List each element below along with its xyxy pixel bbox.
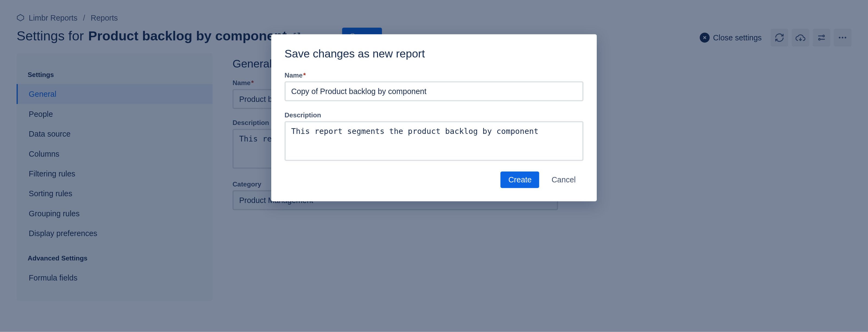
- save-as-new-modal: Save changes as new report Name* Descrip…: [271, 34, 597, 201]
- modal-title: Save changes as new report: [284, 48, 584, 60]
- modal-name-input[interactable]: [284, 81, 584, 101]
- modal-name-label: Name*: [284, 71, 584, 79]
- modal-description-textarea[interactable]: This report segments the product backlog…: [284, 121, 584, 161]
- modal-description-label: Description: [284, 111, 584, 119]
- cancel-button[interactable]: Cancel: [544, 172, 584, 188]
- create-button[interactable]: Create: [501, 172, 539, 188]
